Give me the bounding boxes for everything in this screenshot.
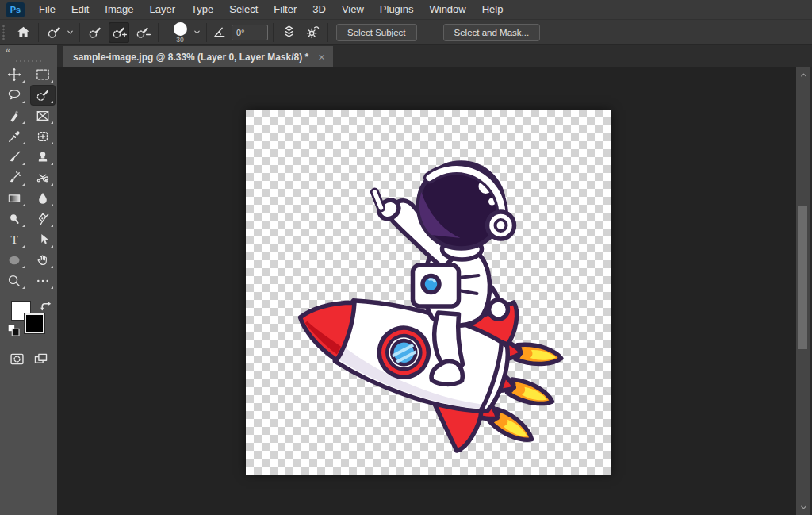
- separator: [206, 23, 207, 42]
- separator: [158, 23, 159, 42]
- tools-panel: « T: [0, 45, 57, 515]
- tools-panel-grip-handle[interactable]: [0, 57, 57, 64]
- collapse-panel-button[interactable]: «: [0, 45, 57, 57]
- menu-layer[interactable]: Layer: [142, 3, 184, 15]
- zoom-tool[interactable]: [2, 271, 26, 290]
- tool-options-bar: 30 0° Select SubjectSelect and Mask...: [0, 19, 812, 45]
- menu-select[interactable]: Select: [221, 3, 266, 15]
- tool-grid: T: [0, 64, 57, 291]
- menu-edit[interactable]: Edit: [63, 3, 97, 15]
- separator: [38, 23, 39, 42]
- path-selection-tool[interactable]: [31, 230, 55, 249]
- home-button[interactable]: [13, 22, 33, 43]
- screen-mode-button[interactable]: [30, 348, 51, 369]
- blur-tool[interactable]: [31, 189, 55, 208]
- brush-tip-preview: [174, 22, 187, 36]
- separator: [327, 23, 328, 42]
- vertical-scrollbar[interactable]: [796, 67, 810, 515]
- brush-size-picker[interactable]: 30: [170, 21, 190, 44]
- workspace: « T sample-image.jpg @ 8.33% (Layer 0, L…: [0, 45, 812, 515]
- select-subject-button[interactable]: Select Subject: [336, 24, 417, 41]
- select-and-mask--button[interactable]: Select and Mask...: [443, 24, 541, 41]
- canvas-pasteboard: [57, 67, 812, 515]
- brush-angle-input[interactable]: 0°: [232, 25, 268, 40]
- brush-angle-value: 0°: [236, 28, 245, 37]
- menu-plugins[interactable]: Plugins: [372, 3, 422, 15]
- menu-bar: Ps FileEditImageLayerTypeSelectFilter3DV…: [0, 0, 812, 19]
- document-tab[interactable]: sample-image.jpg @ 8.33% (Layer 0, Layer…: [63, 46, 333, 67]
- document-canvas[interactable]: [246, 110, 611, 475]
- marquee-tool[interactable]: [31, 65, 55, 84]
- add-to-selection-button[interactable]: [109, 22, 129, 43]
- type-tool[interactable]: T: [2, 230, 26, 249]
- separator: [79, 23, 80, 42]
- close-tab-icon[interactable]: ×: [318, 51, 325, 63]
- brush-tool[interactable]: [2, 148, 26, 167]
- chevron-down-icon[interactable]: [193, 28, 201, 37]
- pen-tool[interactable]: [31, 209, 55, 229]
- photoshop-logo: Ps: [6, 2, 25, 17]
- selection-mode-group: [85, 22, 153, 43]
- quick-mask-button[interactable]: [6, 348, 27, 369]
- selection-brush-tool[interactable]: [31, 86, 55, 105]
- scroll-down-icon[interactable]: [796, 502, 810, 513]
- mask-mode-row: [0, 344, 57, 369]
- move-tool[interactable]: [2, 65, 26, 84]
- scroll-up-icon[interactable]: [796, 69, 810, 80]
- brush-settings-button[interactable]: [302, 22, 323, 43]
- history-brush-tool[interactable]: [2, 168, 26, 187]
- astronaut-rocket-artwork: [246, 110, 611, 475]
- menu-help[interactable]: Help: [474, 3, 511, 15]
- shape-tool[interactable]: [2, 251, 26, 270]
- subtract-from-selection-button[interactable]: [132, 22, 153, 43]
- brush-angle-icon: [212, 24, 228, 40]
- dodge-tool[interactable]: [2, 209, 26, 229]
- vertical-scrollbar-thumb[interactable]: [798, 206, 807, 349]
- menu-view[interactable]: View: [334, 3, 372, 15]
- hand-tool[interactable]: [31, 251, 55, 270]
- paint-symmetry-button[interactable]: [278, 22, 299, 43]
- new-selection-button[interactable]: [85, 22, 105, 43]
- menu-window[interactable]: Window: [421, 3, 473, 15]
- options-bar-grip-handle[interactable]: [2, 25, 5, 40]
- menu-3d[interactable]: 3D: [304, 3, 334, 15]
- menu-type[interactable]: Type: [183, 3, 221, 15]
- document-area: sample-image.jpg @ 8.33% (Layer 0, Layer…: [57, 45, 812, 515]
- gradient-tool[interactable]: [2, 189, 26, 208]
- eraser-tool[interactable]: [31, 168, 55, 187]
- chevron-down-icon[interactable]: [66, 28, 75, 37]
- remove-tool[interactable]: [2, 106, 26, 125]
- separator: [273, 23, 274, 42]
- edit-toolbar[interactable]: [31, 271, 55, 290]
- svg-text:T: T: [10, 233, 17, 246]
- clone-stamp-tool[interactable]: [31, 148, 55, 167]
- brush-size-value: 30: [176, 37, 183, 44]
- options-buttons: Select SubjectSelect and Mask...: [336, 24, 540, 41]
- frame-tool[interactable]: [31, 106, 55, 125]
- menu-image[interactable]: Image: [97, 3, 141, 15]
- menu-list: FileEditImageLayerTypeSelectFilter3DView…: [31, 0, 511, 19]
- background-color-swatch[interactable]: [25, 313, 44, 333]
- healing-brush-tool[interactable]: [31, 127, 55, 146]
- eyedropper-tool[interactable]: [2, 127, 26, 146]
- lasso-tool[interactable]: [2, 86, 26, 105]
- document-tab-bar: sample-image.jpg @ 8.33% (Layer 0, Layer…: [57, 45, 812, 67]
- menu-file[interactable]: File: [31, 3, 63, 15]
- menu-filter[interactable]: Filter: [266, 3, 304, 15]
- swap-colors-icon[interactable]: [38, 299, 52, 313]
- tool-preset-picker[interactable]: [44, 22, 64, 43]
- default-colors-icon[interactable]: [6, 322, 20, 336]
- color-control-area: [0, 298, 57, 344]
- document-tab-title: sample-image.jpg @ 8.33% (Layer 0, Layer…: [73, 52, 308, 63]
